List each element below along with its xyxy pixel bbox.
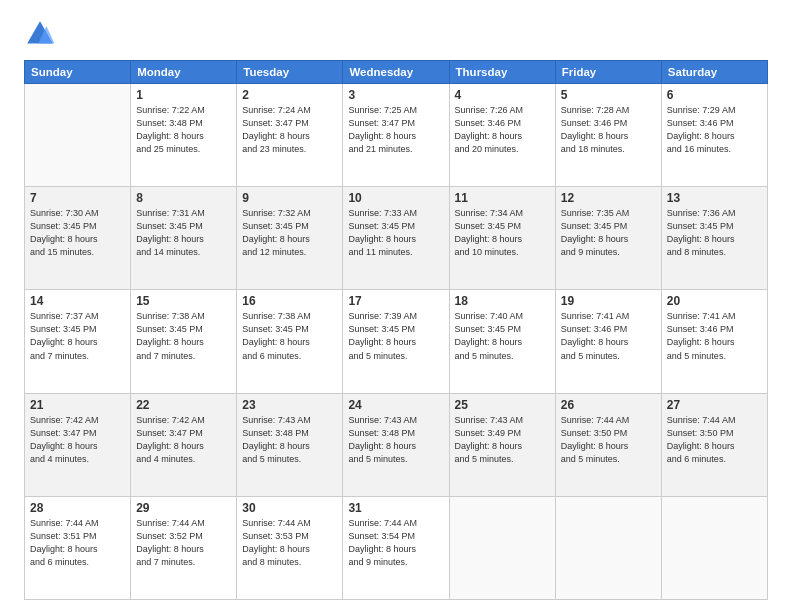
day-info: Sunrise: 7:24 AM Sunset: 3:47 PM Dayligh… <box>242 104 337 156</box>
day-number: 12 <box>561 191 656 205</box>
calendar-weekday-thursday: Thursday <box>449 61 555 84</box>
calendar-cell <box>661 496 767 599</box>
day-number: 5 <box>561 88 656 102</box>
calendar-header-row: SundayMondayTuesdayWednesdayThursdayFrid… <box>25 61 768 84</box>
day-number: 22 <box>136 398 231 412</box>
day-info: Sunrise: 7:31 AM Sunset: 3:45 PM Dayligh… <box>136 207 231 259</box>
calendar-table: SundayMondayTuesdayWednesdayThursdayFrid… <box>24 60 768 600</box>
day-info: Sunrise: 7:32 AM Sunset: 3:45 PM Dayligh… <box>242 207 337 259</box>
calendar-weekday-tuesday: Tuesday <box>237 61 343 84</box>
day-number: 23 <box>242 398 337 412</box>
calendar-cell: 5Sunrise: 7:28 AM Sunset: 3:46 PM Daylig… <box>555 84 661 187</box>
day-number: 7 <box>30 191 125 205</box>
day-info: Sunrise: 7:38 AM Sunset: 3:45 PM Dayligh… <box>136 310 231 362</box>
day-info: Sunrise: 7:26 AM Sunset: 3:46 PM Dayligh… <box>455 104 550 156</box>
day-info: Sunrise: 7:43 AM Sunset: 3:48 PM Dayligh… <box>242 414 337 466</box>
day-info: Sunrise: 7:42 AM Sunset: 3:47 PM Dayligh… <box>30 414 125 466</box>
calendar-cell: 19Sunrise: 7:41 AM Sunset: 3:46 PM Dayli… <box>555 290 661 393</box>
day-number: 28 <box>30 501 125 515</box>
day-info: Sunrise: 7:25 AM Sunset: 3:47 PM Dayligh… <box>348 104 443 156</box>
calendar-week-row-3: 21Sunrise: 7:42 AM Sunset: 3:47 PM Dayli… <box>25 393 768 496</box>
day-info: Sunrise: 7:30 AM Sunset: 3:45 PM Dayligh… <box>30 207 125 259</box>
calendar-cell: 30Sunrise: 7:44 AM Sunset: 3:53 PM Dayli… <box>237 496 343 599</box>
calendar-cell: 22Sunrise: 7:42 AM Sunset: 3:47 PM Dayli… <box>131 393 237 496</box>
calendar-cell: 6Sunrise: 7:29 AM Sunset: 3:46 PM Daylig… <box>661 84 767 187</box>
calendar-weekday-sunday: Sunday <box>25 61 131 84</box>
day-number: 14 <box>30 294 125 308</box>
day-number: 17 <box>348 294 443 308</box>
day-info: Sunrise: 7:22 AM Sunset: 3:48 PM Dayligh… <box>136 104 231 156</box>
day-info: Sunrise: 7:28 AM Sunset: 3:46 PM Dayligh… <box>561 104 656 156</box>
day-number: 30 <box>242 501 337 515</box>
day-info: Sunrise: 7:44 AM Sunset: 3:51 PM Dayligh… <box>30 517 125 569</box>
calendar-cell: 11Sunrise: 7:34 AM Sunset: 3:45 PM Dayli… <box>449 187 555 290</box>
calendar-cell: 10Sunrise: 7:33 AM Sunset: 3:45 PM Dayli… <box>343 187 449 290</box>
day-info: Sunrise: 7:44 AM Sunset: 3:50 PM Dayligh… <box>667 414 762 466</box>
day-info: Sunrise: 7:41 AM Sunset: 3:46 PM Dayligh… <box>667 310 762 362</box>
day-info: Sunrise: 7:39 AM Sunset: 3:45 PM Dayligh… <box>348 310 443 362</box>
logo-icon <box>24 18 56 50</box>
calendar-week-row-0: 1Sunrise: 7:22 AM Sunset: 3:48 PM Daylig… <box>25 84 768 187</box>
calendar-week-row-2: 14Sunrise: 7:37 AM Sunset: 3:45 PM Dayli… <box>25 290 768 393</box>
day-number: 25 <box>455 398 550 412</box>
calendar-cell: 21Sunrise: 7:42 AM Sunset: 3:47 PM Dayli… <box>25 393 131 496</box>
calendar-cell: 13Sunrise: 7:36 AM Sunset: 3:45 PM Dayli… <box>661 187 767 290</box>
calendar-cell: 28Sunrise: 7:44 AM Sunset: 3:51 PM Dayli… <box>25 496 131 599</box>
calendar-weekday-friday: Friday <box>555 61 661 84</box>
day-info: Sunrise: 7:35 AM Sunset: 3:45 PM Dayligh… <box>561 207 656 259</box>
day-number: 13 <box>667 191 762 205</box>
day-info: Sunrise: 7:36 AM Sunset: 3:45 PM Dayligh… <box>667 207 762 259</box>
day-info: Sunrise: 7:44 AM Sunset: 3:52 PM Dayligh… <box>136 517 231 569</box>
day-number: 18 <box>455 294 550 308</box>
day-number: 27 <box>667 398 762 412</box>
calendar-weekday-monday: Monday <box>131 61 237 84</box>
day-info: Sunrise: 7:29 AM Sunset: 3:46 PM Dayligh… <box>667 104 762 156</box>
day-number: 26 <box>561 398 656 412</box>
calendar-cell <box>555 496 661 599</box>
calendar-cell: 14Sunrise: 7:37 AM Sunset: 3:45 PM Dayli… <box>25 290 131 393</box>
day-info: Sunrise: 7:43 AM Sunset: 3:48 PM Dayligh… <box>348 414 443 466</box>
calendar-cell: 15Sunrise: 7:38 AM Sunset: 3:45 PM Dayli… <box>131 290 237 393</box>
calendar-cell: 26Sunrise: 7:44 AM Sunset: 3:50 PM Dayli… <box>555 393 661 496</box>
day-number: 3 <box>348 88 443 102</box>
day-number: 31 <box>348 501 443 515</box>
day-info: Sunrise: 7:42 AM Sunset: 3:47 PM Dayligh… <box>136 414 231 466</box>
day-number: 2 <box>242 88 337 102</box>
day-number: 11 <box>455 191 550 205</box>
calendar-cell: 12Sunrise: 7:35 AM Sunset: 3:45 PM Dayli… <box>555 187 661 290</box>
day-info: Sunrise: 7:34 AM Sunset: 3:45 PM Dayligh… <box>455 207 550 259</box>
day-number: 16 <box>242 294 337 308</box>
calendar-cell: 7Sunrise: 7:30 AM Sunset: 3:45 PM Daylig… <box>25 187 131 290</box>
page: SundayMondayTuesdayWednesdayThursdayFrid… <box>0 0 792 612</box>
calendar-cell: 17Sunrise: 7:39 AM Sunset: 3:45 PM Dayli… <box>343 290 449 393</box>
calendar-cell: 2Sunrise: 7:24 AM Sunset: 3:47 PM Daylig… <box>237 84 343 187</box>
calendar-week-row-1: 7Sunrise: 7:30 AM Sunset: 3:45 PM Daylig… <box>25 187 768 290</box>
day-info: Sunrise: 7:44 AM Sunset: 3:50 PM Dayligh… <box>561 414 656 466</box>
day-info: Sunrise: 7:44 AM Sunset: 3:54 PM Dayligh… <box>348 517 443 569</box>
day-info: Sunrise: 7:41 AM Sunset: 3:46 PM Dayligh… <box>561 310 656 362</box>
day-number: 6 <box>667 88 762 102</box>
calendar-cell: 8Sunrise: 7:31 AM Sunset: 3:45 PM Daylig… <box>131 187 237 290</box>
day-info: Sunrise: 7:43 AM Sunset: 3:49 PM Dayligh… <box>455 414 550 466</box>
day-number: 9 <box>242 191 337 205</box>
day-number: 19 <box>561 294 656 308</box>
day-number: 1 <box>136 88 231 102</box>
calendar-cell: 29Sunrise: 7:44 AM Sunset: 3:52 PM Dayli… <box>131 496 237 599</box>
day-info: Sunrise: 7:33 AM Sunset: 3:45 PM Dayligh… <box>348 207 443 259</box>
day-number: 15 <box>136 294 231 308</box>
day-info: Sunrise: 7:38 AM Sunset: 3:45 PM Dayligh… <box>242 310 337 362</box>
calendar-cell: 25Sunrise: 7:43 AM Sunset: 3:49 PM Dayli… <box>449 393 555 496</box>
calendar-cell: 4Sunrise: 7:26 AM Sunset: 3:46 PM Daylig… <box>449 84 555 187</box>
calendar-cell: 3Sunrise: 7:25 AM Sunset: 3:47 PM Daylig… <box>343 84 449 187</box>
calendar-cell: 23Sunrise: 7:43 AM Sunset: 3:48 PM Dayli… <box>237 393 343 496</box>
calendar-cell: 20Sunrise: 7:41 AM Sunset: 3:46 PM Dayli… <box>661 290 767 393</box>
day-number: 29 <box>136 501 231 515</box>
day-info: Sunrise: 7:37 AM Sunset: 3:45 PM Dayligh… <box>30 310 125 362</box>
calendar-cell: 24Sunrise: 7:43 AM Sunset: 3:48 PM Dayli… <box>343 393 449 496</box>
day-info: Sunrise: 7:44 AM Sunset: 3:53 PM Dayligh… <box>242 517 337 569</box>
day-number: 24 <box>348 398 443 412</box>
day-number: 20 <box>667 294 762 308</box>
calendar-cell: 1Sunrise: 7:22 AM Sunset: 3:48 PM Daylig… <box>131 84 237 187</box>
calendar-cell: 9Sunrise: 7:32 AM Sunset: 3:45 PM Daylig… <box>237 187 343 290</box>
calendar-cell: 18Sunrise: 7:40 AM Sunset: 3:45 PM Dayli… <box>449 290 555 393</box>
